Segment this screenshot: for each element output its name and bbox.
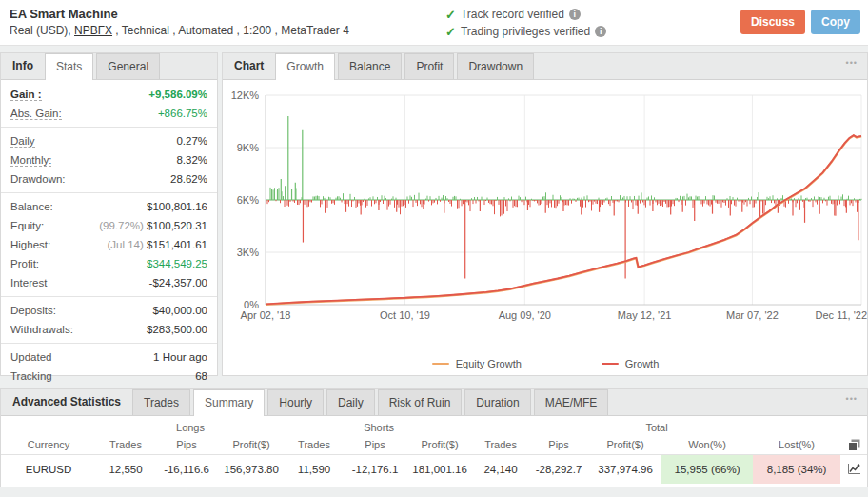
broker-link[interactable]: NPBFX [74,24,112,37]
stat-value-text: 8.32% [176,154,207,166]
stat-value: +9,586.09% [148,89,207,100]
stat-value-text: +866.75% [158,108,207,119]
stats-tabbar: Info StatsGeneral [1,53,217,80]
copy-button[interactable]: Copy [811,10,860,34]
legend-swatch [432,363,449,365]
stat-row: Drawdown:28.62% [1,169,217,189]
x-tick-label: May 12, '21 [618,309,672,321]
advanced-tab-hourly[interactable]: Hourly [267,389,324,415]
stat-value-text: $100,801.16 [147,201,207,212]
growth-chart[interactable]: 0%3K%6K%9K%12K%Apr 02, '18Oct 10, '19Aug… [223,80,867,369]
stats-panel-title: Info [1,53,45,79]
stat-value-text: $283,500.00 [147,324,207,335]
more-options-icon[interactable]: ••• [846,394,858,404]
cell-value: 8,185 (34%) [753,454,840,484]
col-header-trades: Trades [285,435,344,454]
divider [1,343,217,344]
cell-currency: EURUSD [1,454,96,484]
table-row[interactable]: EURUSD12,550-16,116.6156,973.8011,590-12… [1,454,867,484]
row-chart-icon[interactable] [847,463,861,475]
stat-value-text: 28.62% [170,173,207,185]
col-header-profit: Profit($) [218,435,285,454]
advanced-tab-risk-of-ruin[interactable]: Risk of Ruin [378,389,463,415]
advanced-tab-daily[interactable]: Daily [326,389,375,415]
more-options-icon[interactable]: ••• [846,58,858,68]
stat-row: Tracking68 [1,367,217,386]
cell-value: 11,590 [285,454,344,484]
legend-item-growth[interactable]: Growth [602,358,659,369]
stat-label: Updated [10,351,51,363]
stat-label: Gain : [10,89,42,101]
stat-value-prefix: (Jul 14) [108,239,148,250]
legend-item-equity-growth[interactable]: Equity Growth [432,358,522,369]
summary-table: LongsShortsTotalCurrencyTradesPipsProfit… [1,416,867,484]
copy-table-icon[interactable] [848,439,860,451]
account-subtitle: Real (USD), NPBFX , Technical , Automate… [10,24,349,37]
stat-value-text: 68 [195,370,207,382]
legend-swatch [602,363,619,365]
table-column-header-row: CurrencyTradesPipsProfit($)TradesPipsPro… [1,435,867,454]
stat-value: 68 [195,370,207,382]
cell-value: 24,140 [473,454,528,484]
advanced-tab-summary[interactable]: Summary [193,389,265,416]
stat-value: $40,000.00 [152,305,207,316]
stat-label: Equity: [10,220,44,231]
chart-tabbar: Chart GrowthBalanceProfitDrawdown••• [223,53,867,80]
stat-label: Deposits: [10,305,56,316]
cell-value: -16,116.6 [155,454,218,484]
stat-row: Withdrawals:$283,500.00 [1,320,217,339]
stats-tab-general[interactable]: General [96,53,160,79]
stat-label: Daily [10,135,35,148]
col-header-pips: Pips [344,435,406,454]
group-header-total: Total [473,416,840,435]
x-tick-label: Dec 11, '22 [816,309,867,321]
cell-value: -12,176.1 [344,454,406,484]
chart-tab-profit[interactable]: Profit [404,53,454,79]
stat-row: Deposits:$40,000.00 [1,301,217,320]
stat-row: Balance:$100,801.16 [1,197,217,216]
group-header-longs: Longs [96,416,285,435]
y-tick-label: 6K% [237,194,259,206]
col-header-profit: Profit($) [406,435,473,454]
group-header-shorts: Shorts [285,416,473,435]
stat-value-text: $151,401.61 [147,239,207,250]
col-header-currency: Currency [1,435,96,454]
growth-line [266,135,861,304]
stat-row: Daily0.27% [1,131,217,150]
advanced-tab-trades[interactable]: Trades [132,389,190,415]
advanced-tab-mae-mfe[interactable]: MAE/MFE [534,389,609,415]
info-icon[interactable]: i [595,26,606,37]
stat-value: 0.27% [176,135,207,147]
chart-tab-drawdown[interactable]: Drawdown [457,53,534,79]
stat-value: $344,549.25 [147,258,207,269]
chart-panel: Chart GrowthBalanceProfitDrawdown••• 0%3… [222,52,868,376]
table-group-header-row: LongsShortsTotal [1,416,867,435]
stats-panel: Info StatsGeneral Gain :+9,586.09%Abs. G… [0,52,218,376]
stat-row: Highest:(Jul 14) $151,401.61 [1,235,217,254]
y-tick-label: 12K% [231,89,260,101]
empty-cell [840,416,867,435]
stat-label: Balance: [10,201,53,212]
equity-growth-line [266,136,861,305]
stat-label: Interest [10,277,47,288]
stats-tab-stats[interactable]: Stats [45,53,93,80]
discuss-button[interactable]: Discuss [740,10,805,34]
stat-label: Profit: [10,258,39,269]
check-icon: ✓ [445,25,456,39]
verified-row: ✓Track record verifiedi [445,6,606,23]
col-header-profit: Profit($) [589,435,661,454]
table-header-icon-cell [840,435,867,454]
stat-label: Highest: [10,239,50,250]
legend-label: Equity Growth [456,358,522,369]
stat-value: 1 Hour ago [153,351,207,363]
stat-row: Abs. Gain:+866.75% [1,104,217,123]
stat-value: -$24,357.00 [149,277,207,288]
advanced-tab-duration[interactable]: Duration [464,389,530,415]
account-title: EA Smart Machine [10,7,349,21]
info-icon[interactable]: i [569,9,581,20]
y-tick-label: 9K% [237,142,259,153]
growth-chart-svg[interactable]: 0%3K%6K%9K%12K%Apr 02, '18Oct 10, '19Aug… [224,82,868,352]
stat-label: Drawdown: [10,173,66,185]
chart-tab-balance[interactable]: Balance [338,53,402,79]
chart-tab-growth[interactable]: Growth [275,53,335,80]
